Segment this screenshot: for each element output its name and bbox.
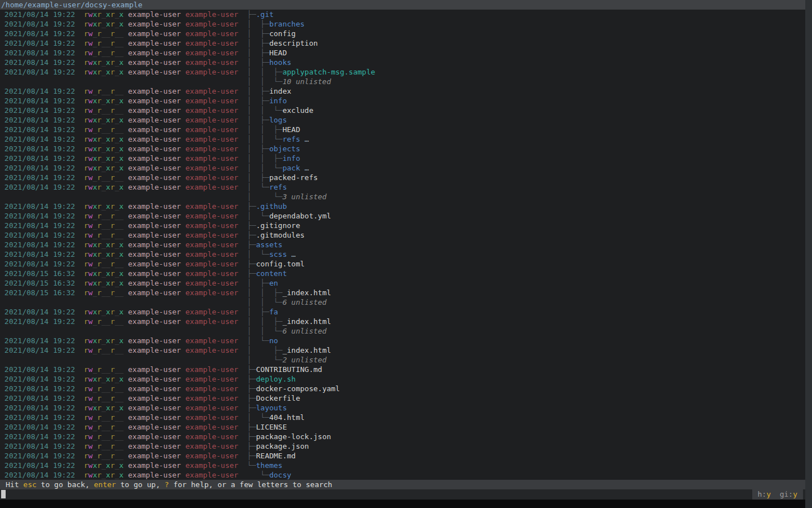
tree-row[interactable]: 2021/08/14 19:22 rwxr_xr_x example-user … [0, 67, 805, 77]
tree-branch-lines: │ ├─ [247, 29, 269, 38]
tree-branch-lines: └─ [247, 471, 269, 479]
tree-row[interactable]: 2021/08/14 19:22 rwxr_xr_x example-user … [0, 307, 805, 317]
perm-char: r [84, 423, 89, 431]
permissions: rw_r__r__ [84, 317, 123, 326]
perm-char: x [106, 154, 111, 163]
tree-row[interactable]: 2021/08/14 19:22 rwxr_xr_x example-user … [0, 10, 805, 19]
tree-row[interactable]: 2021/08/14 19:22 rw_r__r__ example-user … [0, 413, 805, 422]
tree-row[interactable]: 2021/08/14 19:22 rwxr_xr_x example-user … [0, 336, 805, 345]
perm-char: r [97, 413, 102, 422]
meta-gap [239, 442, 248, 450]
perm-char: _ [106, 413, 111, 422]
perm-char: _ [119, 212, 123, 220]
modified-datetime: 2021/08/14 19:22 [0, 413, 84, 422]
meta-gap [239, 87, 248, 95]
tree-row[interactable]: 2021/08/14 19:22 rw_r__r__ example-user … [0, 173, 805, 182]
perm-char: r [111, 442, 115, 450]
tree-row[interactable]: 2021/08/14 19:22 rw_r__r__ example-user … [0, 432, 805, 441]
search-input-line[interactable]: h:y gi:y [0, 489, 805, 500]
meta-gap [239, 202, 248, 211]
tree-row[interactable]: 2021/08/14 19:22 rw_r__r__ example-user … [0, 48, 805, 58]
tree-row[interactable]: 2021/08/14 19:22 rwxr_xr_x example-user … [0, 115, 805, 125]
tree-row[interactable]: 2021/08/14 19:22 rw_r__r__ example-user … [0, 211, 805, 221]
tree-row[interactable]: 2021/08/14 19:22 rw_r__r__ example-user … [0, 106, 805, 115]
tree-row[interactable]: 2021/08/14 19:22 rwxr_xr_x example-user … [0, 163, 805, 173]
tree-row[interactable]: 2021/08/14 19:22 rwxr_xr_x example-user … [0, 240, 805, 249]
tree-row[interactable]: │ │ └─10 unlisted [0, 77, 805, 86]
permissions: rw_r__r__ [84, 432, 123, 441]
tree-row[interactable]: 2021/08/14 19:22 rwxr_xr_x example-user … [0, 58, 805, 67]
perm-char: r [84, 10, 89, 19]
tree-branch-lines: ├─ [247, 202, 256, 211]
tree-row[interactable]: 2021/08/14 19:22 rw_r__r__ example-user … [0, 29, 805, 38]
tree-row[interactable]: │ │ └─6 unlisted [0, 326, 805, 336]
tree-row[interactable]: 2021/08/14 19:22 rwxr_xr_x example-user … [0, 249, 805, 259]
tree-row[interactable]: 2021/08/14 19:22 rw_r__r__ example-user … [0, 384, 805, 393]
tree-row[interactable]: 2021/08/14 19:22 rw_r__r__ example-user … [0, 345, 805, 355]
tree-row[interactable]: 2021/08/14 19:22 rw_r__r__ example-user … [0, 365, 805, 374]
modified-datetime: 2021/08/15 16:32 [0, 288, 84, 297]
perm-char: x [119, 183, 123, 191]
group: example-user [181, 173, 239, 182]
tree-row[interactable]: 2021/08/14 19:22 rwxr_xr_x example-user … [0, 134, 805, 144]
perm-char: _ [102, 221, 106, 230]
tree-row[interactable]: 2021/08/15 16:32 rwxr_xr_x example-user … [0, 278, 805, 288]
modified-datetime: 2021/08/14 19:22 [0, 404, 84, 412]
tree-row[interactable]: 2021/08/14 19:22 rwxr_xr_x example-user … [0, 202, 805, 211]
modified-datetime: 2021/08/14 19:22 [0, 394, 84, 402]
perm-char: _ [102, 442, 106, 450]
perm-char: r [111, 308, 115, 316]
permissions: rwxr_xr_x [84, 144, 123, 153]
tree-row[interactable]: 2021/08/14 19:22 rw_r__r__ example-user … [0, 317, 805, 326]
tree-row[interactable]: 2021/08/14 19:22 rwxr_xr_x example-user … [0, 144, 805, 154]
tree-branch-lines: │ └─ [247, 336, 269, 345]
group: example-user [181, 240, 239, 249]
permissions: rwxr_xr_x [84, 116, 123, 124]
file-name: packed-refs [269, 173, 317, 182]
group: example-user [181, 29, 239, 38]
tree-row[interactable]: 2021/08/14 19:22 rw_r__r__ example-user … [0, 38, 805, 48]
meta-gap [239, 384, 248, 393]
tree-row[interactable]: 2021/08/14 19:22 rw_r__r__ example-user … [0, 422, 805, 432]
main-area: /home/example-user/docsy-example 2021/08… [0, 0, 805, 500]
tree-row[interactable]: 2021/08/14 19:22 rw_r__r__ example-user … [0, 393, 805, 403]
tree-row[interactable]: 2021/08/14 19:22 rwxr_xr_x example-user … [0, 374, 805, 384]
tree-row[interactable]: 2021/08/14 19:22 rwxr_xr_x example-user … [0, 19, 805, 29]
tree-row[interactable]: 2021/08/14 19:22 rw_r__r__ example-user … [0, 441, 805, 451]
tree-row[interactable]: 2021/08/14 19:22 rw_r__r__ example-user … [0, 230, 805, 240]
permissions: rw_r__r__ [84, 29, 123, 38]
perm-char: r [111, 432, 115, 441]
tree-branch-lines: ├─ [247, 231, 256, 239]
tree-row[interactable]: │ └─3 unlisted [0, 192, 805, 202]
tree-row[interactable]: 2021/08/14 19:22 rwxr_xr_x example-user … [0, 461, 805, 470]
perm-char: x [106, 279, 111, 287]
owner: example-user [123, 269, 181, 278]
executable-name: applypatch-msg.sample [283, 68, 375, 76]
perm-char: r [97, 231, 102, 239]
perm-char: _ [106, 442, 111, 450]
tree-row[interactable]: │ │ └─6 unlisted [0, 297, 805, 307]
tree-row[interactable]: 2021/08/14 19:22 rw_r__r__ example-user … [0, 259, 805, 269]
perm-char: r [84, 154, 89, 163]
tree-row[interactable]: 2021/08/14 19:22 rw_r__r__ example-user … [0, 221, 805, 230]
tree-row[interactable]: 2021/08/14 19:22 rw_r__r__ example-user … [0, 125, 805, 134]
meta-gap [239, 260, 248, 268]
tree-branch-lines: │ │ ├─ [247, 317, 283, 326]
tree-row[interactable]: 2021/08/14 19:22 rwxr_xr_x example-user … [0, 182, 805, 192]
tree-row[interactable]: 2021/08/14 19:22 rw_r__r__ example-user … [0, 86, 805, 96]
tree-row[interactable]: │ └─2 unlisted [0, 355, 805, 365]
perm-char: r [84, 250, 89, 259]
tree-branch-lines: │ ├─ [247, 58, 269, 67]
tree-row[interactable]: 2021/08/14 19:22 rwxr_xr_x example-user … [0, 403, 805, 413]
tree-row[interactable]: 2021/08/15 16:32 rwxr_xr_x example-user … [0, 269, 805, 278]
perm-char: _ [106, 317, 111, 326]
tree-row[interactable]: 2021/08/14 19:22 rwxr_xr_x example-user … [0, 96, 805, 106]
perm-char: x [119, 240, 123, 249]
perm-char: _ [102, 154, 106, 163]
modified-datetime: 2021/08/14 19:22 [0, 135, 84, 143]
flag-label: gi: [780, 490, 793, 498]
tree-row[interactable]: 2021/08/14 19:22 rw_r__r__ example-user … [0, 451, 805, 461]
tree-row[interactable]: 2021/08/14 19:22 rwxr_xr_x example-user … [0, 154, 805, 163]
tree-row[interactable]: 2021/08/15 16:32 rw_r__r__ example-user … [0, 288, 805, 297]
tree-row[interactable]: 2021/08/14 19:22 rwxr_xr_x example-user … [0, 470, 805, 480]
